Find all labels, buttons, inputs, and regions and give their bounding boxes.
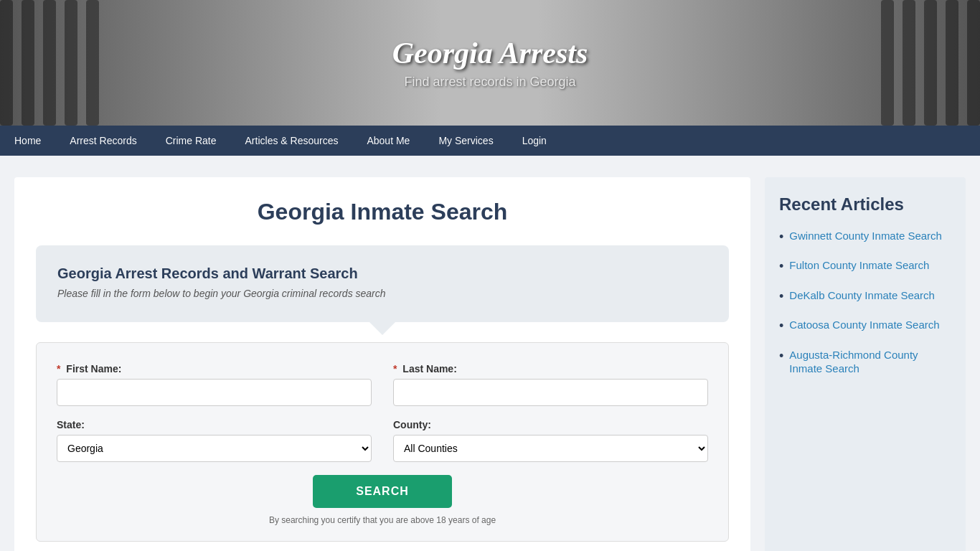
main-container: Georgia Inmate Search Georgia Arrest Rec… xyxy=(0,156,980,551)
site-header: Georgia Arrests Find arrest records in G… xyxy=(0,0,980,126)
list-item: • DeKalb County Inmate Search xyxy=(779,288,951,305)
certify-text: By searching you certify that you are ab… xyxy=(57,515,708,525)
state-group: State: Georgia xyxy=(57,419,372,462)
article-link-catoosa[interactable]: Catoosa County Inmate Search xyxy=(789,318,939,332)
bullet-icon: • xyxy=(779,229,783,245)
state-label: State: xyxy=(57,419,372,430)
nav-services[interactable]: My Services xyxy=(424,126,507,156)
search-box-title: Georgia Arrest Records and Warrant Searc… xyxy=(57,265,707,282)
search-box-subtitle: Please fill in the form below to begin y… xyxy=(57,288,707,299)
nav-arrest-records[interactable]: Arrest Records xyxy=(55,126,151,156)
nav-crime-rate[interactable]: Crime Rate xyxy=(151,126,231,156)
bullet-icon: • xyxy=(779,288,783,305)
page-title: Georgia Inmate Search xyxy=(36,199,729,225)
last-name-input[interactable] xyxy=(393,379,708,406)
last-name-group: * Last Name: xyxy=(393,363,708,406)
nav-home[interactable]: Home xyxy=(0,126,55,156)
article-link-fulton[interactable]: Fulton County Inmate Search xyxy=(789,258,929,273)
search-button[interactable]: SEARCH xyxy=(313,475,452,508)
state-select[interactable]: Georgia xyxy=(57,435,372,462)
article-link-gwinnett[interactable]: Gwinnett County Inmate Search xyxy=(789,229,942,243)
bars-left xyxy=(0,0,201,126)
nav-articles[interactable]: Articles & Resources xyxy=(231,126,353,156)
bars-right xyxy=(779,0,980,126)
list-item: • Gwinnett County Inmate Search xyxy=(779,229,951,245)
required-star-last: * xyxy=(393,363,397,375)
site-title: Georgia Arrests xyxy=(392,36,588,70)
sidebar: Recent Articles • Gwinnett County Inmate… xyxy=(765,177,966,551)
bullet-icon: • xyxy=(779,348,783,364)
nav-login[interactable]: Login xyxy=(508,126,561,156)
site-subtitle: Find arrest records in Georgia xyxy=(392,75,588,90)
last-name-label: * Last Name: xyxy=(393,363,708,375)
search-description-box: Georgia Arrest Records and Warrant Searc… xyxy=(36,245,729,322)
search-form: * First Name: * Last Name: State: xyxy=(36,342,729,542)
first-name-label: * First Name: xyxy=(57,363,372,375)
recent-articles-list: • Gwinnett County Inmate Search • Fulton… xyxy=(779,229,951,376)
content-area: Georgia Inmate Search Georgia Arrest Rec… xyxy=(14,177,750,551)
county-label: County: xyxy=(393,419,708,430)
first-name-group: * First Name: xyxy=(57,363,372,406)
nav-about-me[interactable]: About Me xyxy=(352,126,424,156)
main-nav: Home Arrest Records Crime Rate Articles … xyxy=(0,126,980,156)
bullet-icon: • xyxy=(779,318,783,334)
bullet-icon: • xyxy=(779,258,783,275)
required-star-first: * xyxy=(57,363,60,375)
article-link-augusta[interactable]: Augusta-Richmond County Inmate Search xyxy=(789,348,951,376)
sidebar-title: Recent Articles xyxy=(779,194,951,215)
location-row: State: Georgia County: All Counties xyxy=(57,419,708,462)
list-item: • Catoosa County Inmate Search xyxy=(779,318,951,334)
header-text: Georgia Arrests Find arrest records in G… xyxy=(392,36,588,90)
article-link-dekalb[interactable]: DeKalb County Inmate Search xyxy=(789,288,935,303)
county-group: County: All Counties xyxy=(393,419,708,462)
first-name-input[interactable] xyxy=(57,379,372,406)
county-select[interactable]: All Counties xyxy=(393,435,708,462)
name-row: * First Name: * Last Name: xyxy=(57,363,708,406)
list-item: • Augusta-Richmond County Inmate Search xyxy=(779,348,951,376)
arrow-down-icon xyxy=(369,322,395,335)
list-item: • Fulton County Inmate Search xyxy=(779,258,951,275)
